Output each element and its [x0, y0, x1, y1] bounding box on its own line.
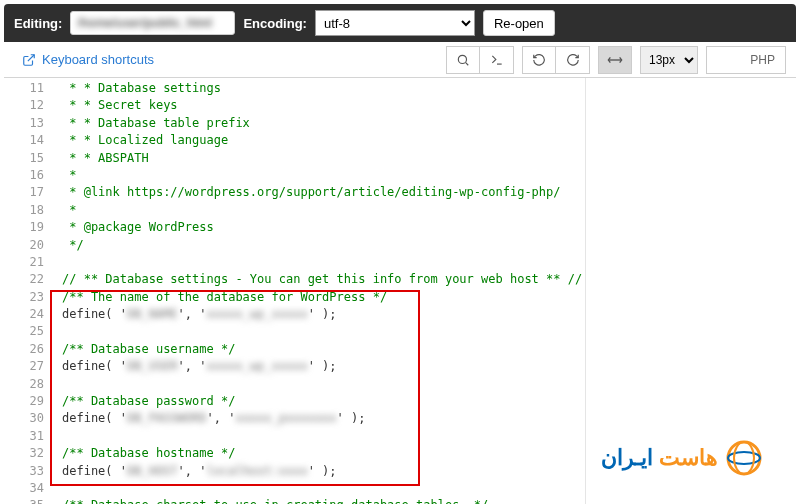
- wrap-icon: [607, 55, 623, 65]
- svg-line-2: [466, 62, 469, 65]
- line-number-gutter: 1112131415161718192021222324252627282930…: [4, 78, 54, 504]
- line-number: 14: [4, 132, 44, 149]
- terminal-button[interactable]: [480, 46, 514, 74]
- svg-point-6: [728, 452, 760, 464]
- line-number: 26: [4, 341, 44, 358]
- right-tool-group: 13px PHP: [446, 46, 786, 74]
- editing-label: Editing:: [14, 16, 62, 31]
- code-line[interactable]: /** Database hostname */: [62, 445, 585, 462]
- line-number: 28: [4, 376, 44, 393]
- svg-point-5: [728, 442, 760, 474]
- line-number: 11: [4, 80, 44, 97]
- line-number: 35: [4, 497, 44, 504]
- file-path-field[interactable]: /home/user/public_html: [70, 11, 235, 35]
- code-line[interactable]: *: [62, 202, 585, 219]
- code-line[interactable]: * * ABSPATH: [62, 150, 585, 167]
- redo-button[interactable]: [556, 46, 590, 74]
- line-number: 32: [4, 445, 44, 462]
- terminal-icon: [490, 53, 504, 67]
- code-line[interactable]: */: [62, 237, 585, 254]
- line-number: 25: [4, 323, 44, 340]
- code-line[interactable]: define( 'DB_USER', 'xxxxx_wp_xxxxx' );: [62, 358, 585, 375]
- line-number: 34: [4, 480, 44, 497]
- language-indicator[interactable]: PHP: [706, 46, 786, 74]
- editor-header: Editing: /home/user/public_html Encoding…: [4, 4, 796, 42]
- code-line[interactable]: [62, 428, 585, 445]
- line-number: 30: [4, 410, 44, 427]
- code-line[interactable]: * * Localized language: [62, 132, 585, 149]
- line-number: 13: [4, 115, 44, 132]
- code-line[interactable]: * * Database settings: [62, 80, 585, 97]
- code-line[interactable]: [62, 254, 585, 271]
- code-line[interactable]: [62, 480, 585, 497]
- search-icon: [456, 53, 470, 67]
- globe-swirl-icon: [724, 438, 764, 478]
- editor-toolbar: Keyboard shortcuts 13px PHP: [4, 42, 796, 78]
- keyboard-shortcuts-link[interactable]: Keyboard shortcuts: [22, 52, 154, 67]
- code-line[interactable]: * * Secret keys: [62, 97, 585, 114]
- line-number: 17: [4, 184, 44, 201]
- svg-line-0: [28, 54, 34, 60]
- line-number: 18: [4, 202, 44, 219]
- code-line[interactable]: [62, 323, 585, 340]
- code-line[interactable]: [62, 376, 585, 393]
- line-number: 24: [4, 306, 44, 323]
- reopen-button[interactable]: Re-open: [483, 10, 555, 36]
- line-number: 33: [4, 463, 44, 480]
- code-line[interactable]: /** Database charset to use in creating …: [62, 497, 585, 504]
- code-line[interactable]: * * Database table prefix: [62, 115, 585, 132]
- svg-point-7: [734, 442, 754, 474]
- code-line[interactable]: define( 'DB_PASSWORD', 'xxxxx_pxxxxxxx' …: [62, 410, 585, 427]
- undo-button[interactable]: [522, 46, 556, 74]
- code-line[interactable]: define( 'DB_HOST', 'localhost:xxxx' );: [62, 463, 585, 480]
- code-line[interactable]: /** Database password */: [62, 393, 585, 410]
- encoding-select[interactable]: utf-8: [315, 10, 475, 36]
- line-number: 19: [4, 219, 44, 236]
- line-number: 22: [4, 271, 44, 288]
- file-path-value: /home/user/public_html: [77, 16, 212, 30]
- code-area[interactable]: * * Database settings * * Secret keys * …: [54, 78, 586, 504]
- code-line[interactable]: /** The name of the database for WordPre…: [62, 289, 585, 306]
- svg-point-1: [458, 55, 466, 63]
- line-number: 20: [4, 237, 44, 254]
- font-size-select[interactable]: 13px: [640, 46, 698, 74]
- wrap-toggle-button[interactable]: [598, 46, 632, 74]
- line-number: 12: [4, 97, 44, 114]
- line-number: 15: [4, 150, 44, 167]
- watermark-logo: هاست ایـران: [601, 438, 764, 478]
- line-number: 31: [4, 428, 44, 445]
- line-number: 29: [4, 393, 44, 410]
- code-line[interactable]: * @link https://wordpress.org/support/ar…: [62, 184, 585, 201]
- line-number: 27: [4, 358, 44, 375]
- code-line[interactable]: /** Database username */: [62, 341, 585, 358]
- line-number: 16: [4, 167, 44, 184]
- encoding-label: Encoding:: [243, 16, 307, 31]
- code-line[interactable]: // ** Database settings - You can get th…: [62, 271, 585, 288]
- redo-icon: [566, 53, 580, 67]
- code-line[interactable]: * @package WordPress: [62, 219, 585, 236]
- line-number: 21: [4, 254, 44, 271]
- line-number: 23: [4, 289, 44, 306]
- search-button[interactable]: [446, 46, 480, 74]
- undo-icon: [532, 53, 546, 67]
- code-line[interactable]: define( 'DB_NAME', 'xxxxx_wp_xxxxx' );: [62, 306, 585, 323]
- external-link-icon: [22, 53, 36, 67]
- code-line[interactable]: *: [62, 167, 585, 184]
